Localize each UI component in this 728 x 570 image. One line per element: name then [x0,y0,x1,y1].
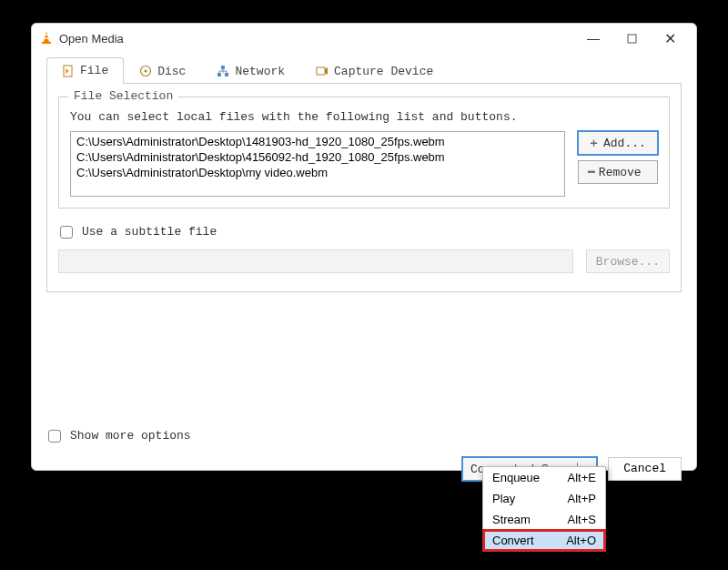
show-more-checkbox[interactable] [48,430,61,443]
file-selection-hint: You can select local files with the foll… [70,110,658,124]
open-media-dialog: Open Media — ✕ File Disc [31,23,697,471]
svg-rect-3 [628,35,636,43]
tab-file-label: File [80,64,108,77]
tab-capture-label: Capture Device [334,65,433,78]
dd-label: Play [492,492,515,505]
cancel-label: Cancel [623,462,666,475]
svg-rect-8 [225,73,228,76]
dropdown-item-enqueue[interactable]: Enqueue Alt+E [483,467,605,488]
add-button[interactable]: ＋ Add... [578,131,658,155]
tab-disc-label: Disc [157,65,186,78]
file-selection-fieldset: File Selection You can select local file… [58,97,670,209]
dropdown-item-stream[interactable]: Stream Alt+S [483,509,605,530]
plus-icon: ＋ [588,135,600,151]
svg-rect-9 [221,66,225,69]
network-icon [217,65,229,77]
svg-rect-0 [42,42,51,44]
subtitle-checkbox[interactable] [60,226,73,239]
disc-icon [139,65,152,77]
convert-save-dropdown: Enqueue Alt+E Play Alt+P Stream Alt+S Co… [482,466,606,552]
show-more-label: Show more options [70,429,191,443]
tab-file[interactable]: File [46,57,124,84]
tab-network[interactable]: Network [201,57,300,84]
list-item[interactable]: C:\Users\Administrator\Desktop\my video.… [73,165,562,180]
cancel-button[interactable]: Cancel [608,457,682,481]
tab-capture[interactable]: Capture Device [300,57,449,84]
dd-label: Enqueue [492,471,540,484]
close-button[interactable]: ✕ [651,25,689,51]
remove-button[interactable]: ━ Remove [578,160,658,184]
dd-label: Convert [492,534,534,547]
svg-rect-2 [45,37,49,38]
file-panel: File Selection You can select local file… [46,84,682,292]
tab-disc[interactable]: Disc [124,57,201,84]
dd-label: Stream [492,513,531,526]
dd-shortcut: Alt+P [568,492,596,505]
minimize-button[interactable]: — [574,25,612,51]
file-selection-legend: File Selection [68,89,178,103]
svg-rect-10 [317,67,325,75]
vlc-cone-icon [39,30,54,47]
subtitle-label: Use a subtitle file [82,225,217,239]
file-list[interactable]: C:\Users\Administrator\Desktop\1481903-h… [70,131,565,197]
list-item[interactable]: C:\Users\Administrator\Desktop\1481903-h… [73,134,562,149]
browse-label: Browse... [596,255,660,269]
dialog-content: File Disc Network Capture Device [32,56,696,495]
subtitle-path-input [58,249,573,273]
svg-point-6 [145,70,147,73]
dd-shortcut: Alt+O [566,534,596,547]
dropdown-item-convert[interactable]: Convert Alt+O [483,530,605,551]
remove-label: Remove [599,166,642,179]
dd-shortcut: Alt+E [568,471,596,484]
maximize-button[interactable] [612,25,651,51]
dd-shortcut: Alt+S [568,513,596,526]
file-icon [62,65,75,77]
list-item[interactable]: C:\Users\Administrator\Desktop\4156092-h… [73,149,562,165]
browse-button: Browse... [586,249,670,273]
add-label: Add... [603,137,646,150]
capture-icon [316,65,329,77]
svg-rect-7 [217,73,221,76]
tabs: File Disc Network Capture Device [46,56,682,84]
titlebar: Open Media — ✕ [32,24,696,53]
minus-icon: ━ [588,165,595,179]
dropdown-item-play[interactable]: Play Alt+P [483,488,605,509]
svg-rect-1 [45,34,48,35]
tab-network-label: Network [235,65,285,78]
window-title: Open Media [59,32,574,46]
